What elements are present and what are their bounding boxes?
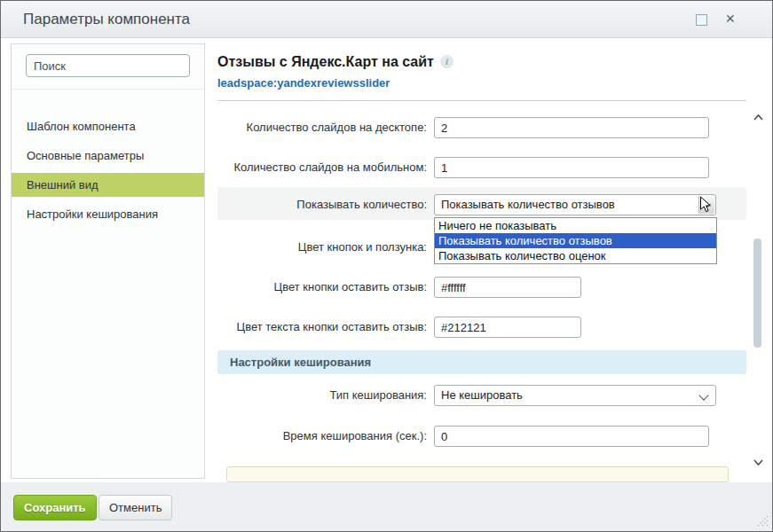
- form-row-slides-desktop: Количество слайдов на десктопе:: [217, 117, 746, 138]
- field-label: Цвет кнопок и ползунка:: [217, 237, 427, 258]
- header-divider: [217, 100, 746, 101]
- sidebar-divider: [12, 89, 204, 90]
- slides-mobile-input[interactable]: [434, 157, 709, 178]
- info-icon[interactable]: i: [440, 55, 454, 68]
- sidebar-item-appearance[interactable]: Внешний вид: [12, 173, 204, 197]
- field-label: Тип кеширования:: [217, 385, 427, 406]
- cache-type-select[interactable]: Не кешировать: [434, 385, 716, 406]
- component-code-link[interactable]: leadspace:yandexreviewsslider: [217, 76, 390, 90]
- form-row-cache-type: Тип кеширования: Не кешировать: [217, 385, 746, 406]
- maximize-icon[interactable]: [696, 14, 707, 26]
- scroll-down-icon[interactable]: [753, 454, 764, 462]
- sidebar-item-cache-settings[interactable]: Настройки кеширования: [12, 202, 204, 226]
- page-title: Отзывы с Яндекс.Карт на сайтi: [217, 54, 454, 70]
- field-label: Количество слайдов на мобильном:: [217, 157, 427, 178]
- slides-desktop-input[interactable]: [434, 117, 709, 138]
- sidebar: Шаблон компонента Основные параметры Вне…: [11, 43, 205, 479]
- show-count-dropdown-list: Ничего не показывать Показывать количест…: [434, 217, 717, 264]
- sidebar-menu: Шаблон компонента Основные параметры Вне…: [12, 114, 204, 226]
- sidebar-item-template[interactable]: Шаблон компонента: [12, 114, 204, 138]
- form-row-cache-time: Время кеширования (сек.):: [217, 426, 746, 447]
- footer-bar: Сохранить Отменить: [1, 482, 772, 531]
- field-label: Показывать количество:: [217, 194, 427, 215]
- notice-box-partial: [226, 466, 729, 482]
- search-input[interactable]: [26, 54, 190, 77]
- dropdown-option[interactable]: Показывать количество оценок: [435, 248, 716, 263]
- cache-time-input[interactable]: [434, 426, 709, 447]
- component-parameters-dialog: Параметры компонента × Шаблон компонента…: [0, 0, 773, 532]
- review-button-text-color-input[interactable]: [434, 317, 581, 338]
- field-label: Время кеширования (сек.):: [217, 426, 427, 447]
- page-title-text: Отзывы с Яндекс.Карт на сайт: [217, 54, 434, 69]
- save-button[interactable]: Сохранить: [13, 495, 97, 520]
- field-label: Цвет кнопки оставить отзыв:: [217, 277, 427, 298]
- dialog-titlebar: Параметры компонента ×: [1, 1, 772, 38]
- show-count-selected-value: Показывать количество отзывов: [435, 195, 715, 215]
- dialog-title: Параметры компонента: [23, 1, 190, 37]
- show-count-select[interactable]: Показывать количество отзывов: [434, 194, 716, 215]
- form-row-show-count: Показывать количество: Показывать количе…: [217, 194, 746, 215]
- form-row-slides-mobile: Количество слайдов на мобильном:: [217, 157, 746, 178]
- dropdown-arrow-icon[interactable]: [698, 196, 714, 214]
- cancel-button[interactable]: Отменить: [99, 495, 172, 520]
- field-label: Количество слайдов на десктопе:: [217, 117, 427, 138]
- field-label: Цвет текста кнопки оставить отзыв:: [217, 317, 427, 338]
- cache-type-selected-value: Не кешировать: [435, 386, 715, 405]
- scrollbar-thumb[interactable]: [753, 239, 761, 348]
- form-row-review-button-text-color: Цвет текста кнопки оставить отзыв:: [217, 317, 746, 338]
- dropdown-option[interactable]: Ничего не показывать: [435, 218, 716, 233]
- resize-grip[interactable]: [755, 514, 769, 528]
- scroll-up-icon[interactable]: [753, 109, 764, 117]
- cache-section-header: Настройки кеширования: [217, 350, 746, 374]
- close-icon[interactable]: ×: [725, 7, 735, 30]
- sidebar-item-main-params[interactable]: Основные параметры: [12, 144, 204, 168]
- form-row-review-button-color: Цвет кнопки оставить отзыв:: [217, 277, 746, 298]
- review-button-color-input[interactable]: [434, 277, 581, 298]
- dropdown-option-selected[interactable]: Показывать количество отзывов: [435, 233, 716, 248]
